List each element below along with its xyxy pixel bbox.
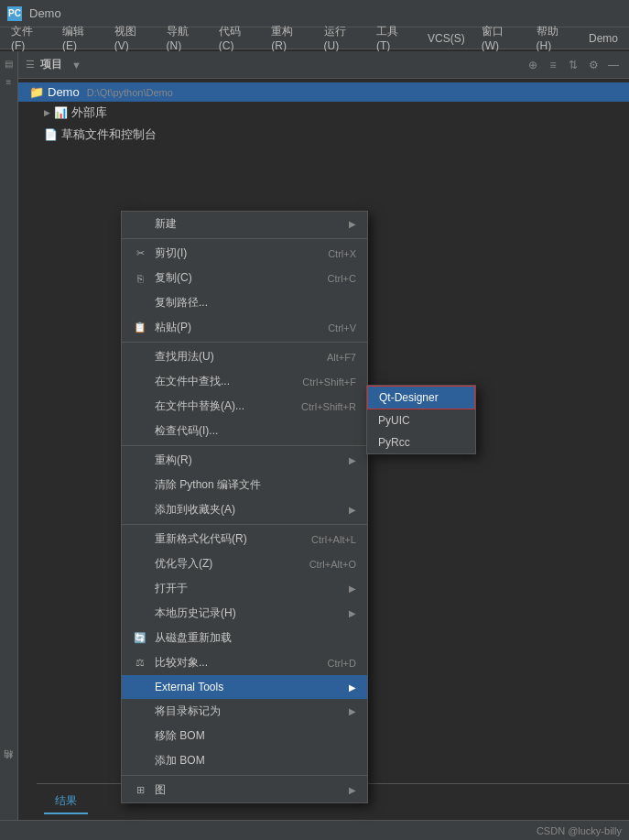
ctx-findinfiles-label: 在文件中查找... xyxy=(155,374,230,389)
ctx-addbom-label: 添加 BOM xyxy=(155,753,205,769)
ctx-localhistory[interactable]: 本地历史记录(H) ▶ xyxy=(122,601,367,626)
menu-tools[interactable]: 工具(T) xyxy=(369,22,418,54)
tree-root-label: Demo xyxy=(48,85,80,99)
scratch-icon: 📄 xyxy=(44,128,58,141)
qtdesigner-label: Qt-Designer xyxy=(379,391,439,404)
menu-window[interactable]: 窗口(W) xyxy=(474,22,527,54)
ctx-comparewith[interactable]: ⚖ 比较对象... Ctrl+D xyxy=(122,650,367,675)
menu-run[interactable]: 运行(U) xyxy=(317,22,367,54)
menu-vcs[interactable]: VCS(S) xyxy=(420,30,472,47)
ctx-reloadfromdisk[interactable]: 🔄 从磁盘重新加载 xyxy=(122,626,367,650)
compare-icon: ⚖ xyxy=(133,656,147,671)
menu-file[interactable]: 文件(F) xyxy=(4,22,53,54)
context-menu: 新建 ▶ ✂ 剪切(I) Ctrl+X ⎘ 复制(C) Ctrl+C 复制路径.… xyxy=(121,211,368,803)
separator-5 xyxy=(122,775,367,776)
app-title: Demo xyxy=(29,6,61,20)
ctx-optimizeimports[interactable]: 优化导入(Z) Ctrl+Alt+O xyxy=(122,551,367,576)
project-tree: 📁 Demo D:\Qt\python\Demo ▶ 📊 外部库 📄 草稿文件和… xyxy=(18,79,629,149)
close-icon[interactable]: — xyxy=(605,57,622,73)
settings-icon[interactable]: ⚙ xyxy=(585,57,602,73)
ctx-inspectcode[interactable]: 检查代码(I)... xyxy=(122,419,367,443)
refactor-arrow-icon: ▶ xyxy=(349,455,356,465)
status-bar: CSDN @lucky-billy xyxy=(0,820,629,840)
ctx-new[interactable]: 新建 ▶ xyxy=(122,212,367,236)
collapse-icon[interactable]: ⇅ xyxy=(565,57,581,73)
ctx-findusage-shortcut: Alt+F7 xyxy=(327,352,356,363)
ctx-refactor[interactable]: 重构(R) ▶ xyxy=(122,448,367,473)
ctx-copypath-label: 复制路径... xyxy=(155,295,208,311)
ctx-openin[interactable]: 打开于 ▶ xyxy=(122,576,367,601)
separator-3 xyxy=(122,445,367,446)
tree-root-path: D:\Qt\python\Demo xyxy=(87,87,173,98)
new-icon xyxy=(133,217,147,232)
ctx-addfav-label: 添加到收藏夹(A) xyxy=(155,502,235,518)
ctx-localhistory-label: 本地历史记录(H) xyxy=(155,605,236,621)
openin-arrow-icon: ▶ xyxy=(349,584,356,594)
ctx-inspectcode-label: 检查代码(I)... xyxy=(155,423,218,439)
menu-code[interactable]: 代码(C) xyxy=(211,22,262,54)
diagram-arrow-icon: ▶ xyxy=(349,785,356,795)
localhistory-icon xyxy=(133,606,147,621)
ctx-removebom[interactable]: 移除 BOM xyxy=(122,724,367,748)
localhistory-arrow-icon: ▶ xyxy=(349,608,356,618)
ctx-openin-label: 打开于 xyxy=(155,581,188,596)
ctx-addbom[interactable]: 添加 BOM xyxy=(122,748,367,773)
copypath-icon xyxy=(133,296,147,311)
cleanpython-icon xyxy=(133,478,147,493)
expand-icon[interactable]: ≡ xyxy=(545,57,561,73)
ctx-copypath[interactable]: 复制路径... xyxy=(122,290,367,315)
ctx-copy-label: 复制(C) xyxy=(155,270,192,286)
menu-navigate[interactable]: 导航(N) xyxy=(159,22,210,54)
sidebar-project-btn[interactable]: ▤ xyxy=(1,55,17,71)
ctx-refactor-label: 重构(R) xyxy=(155,453,192,468)
menu-refactor[interactable]: 重构(R) xyxy=(264,22,314,54)
ctx-new-label: 新建 xyxy=(155,216,177,232)
findinfiles-icon xyxy=(133,375,147,389)
ctx-cut[interactable]: ✂ 剪切(I) Ctrl+X xyxy=(122,241,367,266)
removebom-icon xyxy=(133,729,147,744)
menu-help[interactable]: 帮助(H) xyxy=(529,22,580,54)
external-tools-submenu: Qt-Designer PyUIC PyRcc xyxy=(366,385,476,454)
submenu-pyuic[interactable]: PyUIC xyxy=(367,409,475,431)
panel-title: 项目 xyxy=(40,57,62,72)
arrow-icon: ▶ xyxy=(349,219,356,229)
menu-view[interactable]: 视图(V) xyxy=(107,22,157,54)
ctx-cleanpython[interactable]: 清除 Python 编译文件 xyxy=(122,473,367,497)
tab-results[interactable]: 结果 xyxy=(44,790,88,814)
ctx-removebom-label: 移除 BOM xyxy=(155,728,205,744)
ctx-findinfiles[interactable]: 在文件中查找... Ctrl+Shift+F xyxy=(122,369,367,394)
tree-scratch-item[interactable]: 📄 草稿文件和控制台 xyxy=(18,124,629,146)
ctx-diagram[interactable]: ⊞ 图 ▶ xyxy=(122,778,367,802)
tree-external-libs[interactable]: ▶ 📊 外部库 xyxy=(18,102,629,124)
addfav-icon xyxy=(133,503,147,518)
ctx-findusage[interactable]: 查找用法(U) Alt+F7 xyxy=(122,344,367,369)
locate-icon[interactable]: ⊕ xyxy=(525,57,541,73)
ctx-comparewith-label: 比较对象... xyxy=(155,655,208,671)
ctx-copy[interactable]: ⎘ 复制(C) Ctrl+C xyxy=(122,266,367,290)
markdiras-arrow-icon: ▶ xyxy=(349,706,356,716)
sidebar-structure-btn[interactable]: ≡ xyxy=(1,73,17,90)
addfav-arrow-icon: ▶ xyxy=(349,505,356,515)
menu-demo[interactable]: Demo xyxy=(581,30,625,47)
reload-icon: 🔄 xyxy=(133,631,147,646)
ctx-reformat[interactable]: 重新格式化代码(R) Ctrl+Alt+L xyxy=(122,527,367,551)
ctx-optimizeimports-label: 优化导入(Z) xyxy=(155,556,212,572)
tree-root-item[interactable]: 📁 Demo D:\Qt\python\Demo xyxy=(18,82,629,102)
ctx-paste[interactable]: 📋 粘贴(P) Ctrl+V xyxy=(122,315,367,340)
ctx-paste-shortcut: Ctrl+V xyxy=(328,322,356,333)
replaceinfiles-icon xyxy=(133,399,147,414)
pyuic-label: PyUIC xyxy=(378,414,410,427)
diagram-icon: ⊞ xyxy=(133,783,147,798)
app-icon: PC xyxy=(7,6,22,21)
ctx-externaltools[interactable]: External Tools ▶ xyxy=(122,675,367,699)
menu-edit[interactable]: 编辑(E) xyxy=(55,22,105,54)
ctx-markdiras[interactable]: 将目录标记为 ▶ xyxy=(122,699,367,724)
ctx-replaceinfiles[interactable]: 在文件中替换(A)... Ctrl+Shift+R xyxy=(122,394,367,419)
cut-icon: ✂ xyxy=(133,246,147,261)
ctx-findusage-label: 查找用法(U) xyxy=(155,349,214,365)
submenu-pyrcc[interactable]: PyRcc xyxy=(367,431,475,453)
ctx-addfav[interactable]: 添加到收藏夹(A) ▶ xyxy=(122,497,367,522)
ctx-comparewith-shortcut: Ctrl+D xyxy=(328,658,356,669)
submenu-qtdesigner[interactable]: Qt-Designer xyxy=(367,386,475,409)
ctx-findinfiles-shortcut: Ctrl+Shift+F xyxy=(302,376,356,387)
